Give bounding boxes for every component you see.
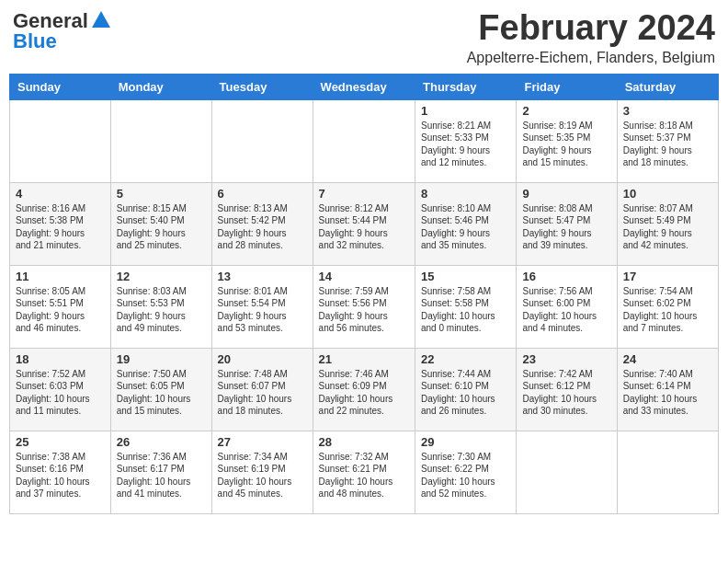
calendar-cell: 19Sunrise: 7:50 AM Sunset: 6:05 PM Dayli… [110,348,211,431]
day-info: Sunrise: 7:34 AM Sunset: 6:19 PM Dayligh… [218,451,307,500]
day-info: Sunrise: 7:36 AM Sunset: 6:17 PM Dayligh… [117,451,206,500]
day-number: 11 [16,270,105,283]
calendar-cell: 21Sunrise: 7:46 AM Sunset: 6:09 PM Dayli… [313,348,415,431]
day-number: 2 [522,104,610,118]
day-number: 3 [623,104,712,118]
day-info: Sunrise: 8:15 AM Sunset: 5:40 PM Dayligh… [117,202,206,252]
calendar-cell: 27Sunrise: 7:34 AM Sunset: 6:19 PM Dayli… [211,431,313,513]
day-number: 1 [421,104,510,118]
col-header-friday: Friday [517,74,617,99]
col-header-saturday: Saturday [617,74,718,99]
calendar-table: SundayMondayTuesdayWednesdayThursdayFrid… [9,74,719,514]
calendar-cell: 26Sunrise: 7:36 AM Sunset: 6:17 PM Dayli… [110,431,211,513]
day-number: 8 [421,187,510,201]
day-info: Sunrise: 7:59 AM Sunset: 5:56 PM Dayligh… [319,285,409,335]
calendar-cell: 16Sunrise: 7:56 AM Sunset: 6:00 PM Dayli… [517,265,617,348]
calendar-cell [211,99,313,182]
calendar-cell: 15Sunrise: 7:58 AM Sunset: 5:58 PM Dayli… [415,265,517,348]
calendar-cell: 11Sunrise: 8:05 AM Sunset: 5:51 PM Dayli… [10,265,111,348]
day-info: Sunrise: 8:08 AM Sunset: 5:47 PM Dayligh… [522,202,610,252]
calendar-cell [517,431,617,513]
day-info: Sunrise: 8:01 AM Sunset: 5:54 PM Dayligh… [218,285,307,335]
day-info: Sunrise: 7:46 AM Sunset: 6:09 PM Dayligh… [319,368,409,418]
calendar-cell: 14Sunrise: 7:59 AM Sunset: 5:56 PM Dayli… [313,265,415,348]
day-number: 14 [319,270,409,283]
day-number: 27 [218,435,307,449]
calendar-cell: 8Sunrise: 8:10 AM Sunset: 5:46 PM Daylig… [415,182,517,265]
col-header-thursday: Thursday [415,74,517,99]
day-number: 18 [16,352,105,366]
day-number: 12 [117,270,206,283]
day-info: Sunrise: 7:42 AM Sunset: 6:12 PM Dayligh… [522,368,610,418]
calendar-cell: 29Sunrise: 7:30 AM Sunset: 6:22 PM Dayli… [415,431,517,513]
calendar-cell [617,431,718,513]
day-info: Sunrise: 7:50 AM Sunset: 6:05 PM Dayligh… [117,368,206,418]
day-info: Sunrise: 8:21 AM Sunset: 5:33 PM Dayligh… [421,120,510,169]
calendar-cell: 22Sunrise: 7:44 AM Sunset: 6:10 PM Dayli… [415,348,517,431]
logo-arrow-icon [90,9,110,29]
day-info: Sunrise: 7:38 AM Sunset: 6:16 PM Dayligh… [16,451,105,500]
day-info: Sunrise: 8:07 AM Sunset: 5:49 PM Dayligh… [623,202,712,252]
calendar-cell: 28Sunrise: 7:32 AM Sunset: 6:21 PM Dayli… [313,431,415,513]
day-number: 24 [623,352,712,366]
calendar-week-0: 1Sunrise: 8:21 AM Sunset: 5:33 PM Daylig… [10,99,719,182]
calendar-week-3: 18Sunrise: 7:52 AM Sunset: 6:03 PM Dayli… [10,348,719,431]
day-number: 7 [319,187,409,201]
calendar-cell: 12Sunrise: 8:03 AM Sunset: 5:53 PM Dayli… [110,265,211,348]
calendar-cell: 20Sunrise: 7:48 AM Sunset: 6:07 PM Dayli… [211,348,313,431]
day-number: 17 [623,270,712,283]
day-number: 19 [117,352,206,366]
header: General Blue February 2024 Appelterre-Ei… [9,9,719,66]
calendar-week-2: 11Sunrise: 8:05 AM Sunset: 5:51 PM Dayli… [10,265,719,348]
col-header-tuesday: Tuesday [211,74,313,99]
day-number: 25 [16,435,105,449]
day-info: Sunrise: 8:16 AM Sunset: 5:38 PM Dayligh… [16,202,105,252]
calendar-cell [110,99,211,182]
calendar-cell: 25Sunrise: 7:38 AM Sunset: 6:16 PM Dayli… [10,431,111,513]
calendar-cell [313,99,415,182]
calendar-cell: 13Sunrise: 8:01 AM Sunset: 5:54 PM Dayli… [211,265,313,348]
day-info: Sunrise: 7:32 AM Sunset: 6:21 PM Dayligh… [319,451,409,500]
title-area: February 2024 Appelterre-Eichem, Flander… [467,9,715,66]
day-info: Sunrise: 8:18 AM Sunset: 5:37 PM Dayligh… [623,120,712,169]
day-number: 16 [522,270,610,283]
day-info: Sunrise: 8:19 AM Sunset: 5:35 PM Dayligh… [522,120,610,169]
day-number: 21 [319,352,409,366]
day-info: Sunrise: 7:52 AM Sunset: 6:03 PM Dayligh… [16,368,105,418]
day-number: 6 [218,187,307,201]
calendar-cell: 23Sunrise: 7:42 AM Sunset: 6:12 PM Dayli… [517,348,617,431]
calendar-cell: 4Sunrise: 8:16 AM Sunset: 5:38 PM Daylig… [10,182,111,265]
calendar-week-4: 25Sunrise: 7:38 AM Sunset: 6:16 PM Dayli… [10,431,719,513]
day-info: Sunrise: 8:13 AM Sunset: 5:42 PM Dayligh… [218,202,307,252]
logo-blue: Blue [13,29,57,53]
calendar-cell: 10Sunrise: 8:07 AM Sunset: 5:49 PM Dayli… [617,182,718,265]
calendar-cell: 5Sunrise: 8:15 AM Sunset: 5:40 PM Daylig… [110,182,211,265]
day-number: 5 [117,187,206,201]
day-number: 9 [522,187,610,201]
day-number: 13 [218,270,307,283]
calendar-header-row: SundayMondayTuesdayWednesdayThursdayFrid… [10,74,719,99]
day-info: Sunrise: 7:48 AM Sunset: 6:07 PM Dayligh… [218,368,307,418]
calendar-cell: 6Sunrise: 8:13 AM Sunset: 5:42 PM Daylig… [211,182,313,265]
calendar-cell: 3Sunrise: 8:18 AM Sunset: 5:37 PM Daylig… [617,99,718,182]
day-number: 23 [522,352,610,366]
day-info: Sunrise: 7:54 AM Sunset: 6:02 PM Dayligh… [623,285,712,335]
day-number: 22 [421,352,510,366]
day-number: 26 [117,435,206,449]
calendar-cell: 9Sunrise: 8:08 AM Sunset: 5:47 PM Daylig… [517,182,617,265]
col-header-sunday: Sunday [10,74,111,99]
day-info: Sunrise: 8:10 AM Sunset: 5:46 PM Dayligh… [421,202,510,252]
calendar-cell: 2Sunrise: 8:19 AM Sunset: 5:35 PM Daylig… [517,99,617,182]
day-info: Sunrise: 7:44 AM Sunset: 6:10 PM Dayligh… [421,368,510,418]
calendar-cell: 7Sunrise: 8:12 AM Sunset: 5:44 PM Daylig… [313,182,415,265]
calendar-cell: 18Sunrise: 7:52 AM Sunset: 6:03 PM Dayli… [10,348,111,431]
month-title: February 2024 [467,9,715,48]
col-header-wednesday: Wednesday [313,74,415,99]
calendar-cell [10,99,111,182]
logo: General Blue [13,9,110,53]
day-number: 28 [319,435,409,449]
calendar-cell: 1Sunrise: 8:21 AM Sunset: 5:33 PM Daylig… [415,99,517,182]
col-header-monday: Monday [110,74,211,99]
day-info: Sunrise: 7:40 AM Sunset: 6:14 PM Dayligh… [623,368,712,418]
calendar-cell: 24Sunrise: 7:40 AM Sunset: 6:14 PM Dayli… [617,348,718,431]
